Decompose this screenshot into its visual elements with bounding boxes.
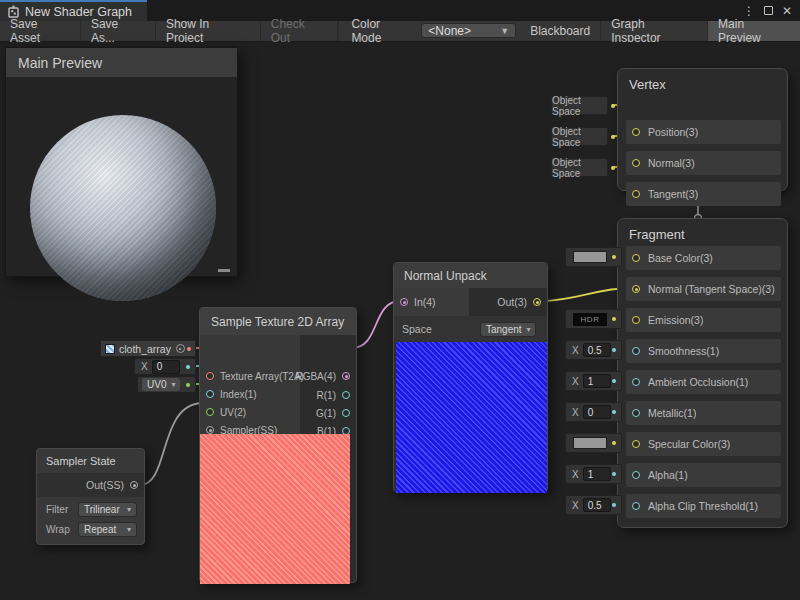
shader-graph-window: New Shader Graph ⋮ ✕ Save Asset Save As.… (0, 0, 800, 600)
main-preview-panel: Main Preview (5, 47, 238, 277)
fragment-row-normal-ts[interactable]: Normal (Tangent Space)(3) (626, 277, 781, 301)
alpha-clip-field[interactable]: X 0.5 (565, 495, 622, 515)
alpha-clip-port[interactable] (632, 502, 640, 510)
fragment-row-metallic[interactable]: Metallic(1) (626, 401, 781, 425)
input-index[interactable]: Index(1) (206, 386, 257, 402)
maximize-icon[interactable] (764, 5, 773, 17)
wrap-dropdown[interactable]: Repeat ▾ (78, 522, 137, 537)
chevron-down-icon: ▾ (171, 380, 175, 389)
tangent-port[interactable] (632, 190, 640, 198)
vertex-node[interactable]: Vertex Position(3) Normal(3) Tangent(3) (617, 68, 788, 191)
unpack-out-row[interactable]: Out(3) (497, 294, 541, 310)
base-color-port[interactable] (632, 254, 640, 262)
index-port[interactable] (206, 390, 214, 398)
save-asset-button[interactable]: Save Asset (0, 21, 81, 41)
r-port[interactable] (342, 391, 350, 399)
space-dropdown[interactable]: Tangent ▾ (480, 322, 536, 337)
sampler-state-node[interactable]: Sampler State Out(SS) Filter Trilinear ▾… (36, 448, 145, 545)
connector-dot (611, 166, 615, 170)
ambient-occlusion-field[interactable]: X 1 (565, 371, 622, 391)
kebab-menu-icon[interactable]: ⋮ (743, 5, 755, 17)
fragment-row-smoothness[interactable]: Smoothness(1) (626, 339, 781, 363)
normal-port[interactable] (632, 159, 640, 167)
emission-hdr-widget[interactable]: HDR (565, 309, 622, 329)
normal-label: Normal(3) (648, 157, 695, 169)
specular-port[interactable] (632, 440, 640, 448)
normal-unpack-io: In(4) Out(3) (394, 288, 547, 316)
uv-dropdown-inner[interactable]: UV0 ▾ (142, 378, 180, 391)
cloth-array-property-pill[interactable]: cloth_array (100, 340, 196, 357)
resize-handle[interactable] (218, 269, 230, 272)
vertex-row-position[interactable]: Position(3) (626, 120, 781, 144)
tangent-space-dropdown[interactable]: Object Space (551, 158, 608, 177)
alpha-port[interactable] (632, 471, 640, 479)
position-port[interactable] (632, 128, 640, 136)
uv-port[interactable] (206, 408, 214, 416)
sample-texture-2d-array-node[interactable]: Sample Texture 2D Array Texture Array(T2… (199, 307, 357, 583)
smoothness-field[interactable]: X 0.5 (565, 340, 622, 360)
x-label: X (572, 500, 579, 511)
fragment-row-base-color[interactable]: Base Color(3) (626, 246, 781, 270)
alpha-field[interactable]: X 1 (565, 464, 622, 484)
normal-unpack-node[interactable]: Normal Unpack In(4) Out(3) Space Tangent… (393, 262, 548, 492)
emission-port[interactable] (632, 316, 640, 324)
position-space-dropdown[interactable]: Object Space (551, 96, 608, 115)
normal-space-dropdown[interactable]: Object Space (551, 127, 608, 146)
blackboard-button[interactable]: Blackboard (520, 21, 601, 41)
sampler-port[interactable] (206, 426, 214, 434)
wire-sampler-state[interactable] (140, 403, 203, 485)
smoothness-value[interactable]: 0.5 (583, 343, 611, 357)
normal-ts-port[interactable] (632, 285, 640, 293)
filter-dropdown[interactable]: Trilinear ▾ (78, 502, 137, 517)
output-g[interactable]: G(1) (316, 405, 350, 421)
texture-array-port[interactable] (206, 372, 214, 380)
unpack-in-row[interactable]: In(4) (394, 288, 469, 316)
show-in-project-button[interactable]: Show In Project (156, 21, 261, 41)
vertex-row-normal[interactable]: Normal(3) (626, 151, 781, 175)
graph-canvas[interactable]: Main Preview Vertex Position(3) Normal(3… (0, 42, 800, 600)
index-value[interactable]: 0 (152, 360, 180, 374)
smoothness-label: Smoothness(1) (648, 345, 719, 357)
rgba-port[interactable] (342, 372, 350, 380)
alpha-value[interactable]: 1 (583, 467, 611, 481)
alpha-clip-value[interactable]: 0.5 (583, 498, 611, 512)
out-port[interactable] (533, 298, 541, 306)
base-color-swatch-widget[interactable] (565, 247, 622, 267)
fragment-row-ambient-occlusion[interactable]: Ambient Occlusion(1) (626, 370, 781, 394)
color-swatch[interactable] (573, 251, 607, 263)
close-icon[interactable]: ✕ (782, 5, 792, 17)
metallic-port[interactable] (632, 409, 640, 417)
index-field[interactable]: X 0 (134, 358, 196, 375)
output-rgba[interactable]: RGBA(4) (295, 368, 350, 384)
in-port[interactable] (400, 298, 408, 306)
fragment-row-emission[interactable]: Emission(3) (626, 308, 781, 332)
sampler-out-row[interactable]: Out(SS) (37, 473, 144, 497)
ambient-occlusion-value[interactable]: 1 (583, 374, 611, 388)
ambient-occlusion-port[interactable] (632, 378, 640, 386)
input-uv[interactable]: UV(2) (206, 404, 246, 420)
out-ss-port[interactable] (130, 481, 138, 489)
hdr-badge[interactable]: HDR (573, 313, 607, 326)
graph-inspector-button[interactable]: Graph Inspector (601, 21, 708, 41)
uv-channel-dropdown[interactable]: UV0 ▾ (137, 376, 196, 393)
normal-ts-label: Normal (Tangent Space)(3) (648, 283, 775, 295)
shader-preview-sphere[interactable] (30, 115, 216, 301)
output-r[interactable]: R(1) (317, 387, 350, 403)
specular-swatch-widget[interactable] (565, 433, 622, 453)
vertex-row-tangent[interactable]: Tangent(3) (626, 182, 781, 206)
fragment-row-alpha[interactable]: Alpha(1) (626, 463, 781, 487)
g-port[interactable] (342, 409, 350, 417)
color-mode-dropdown[interactable]: <None> ▼ (421, 23, 516, 38)
fragment-row-alpha-clip[interactable]: Alpha Clip Threshold(1) (626, 494, 781, 518)
metallic-field[interactable]: X 0 (565, 402, 622, 422)
check-out-button[interactable]: Check Out (261, 21, 339, 41)
main-preview-button[interactable]: Main Preview (708, 21, 800, 41)
save-as-button[interactable]: Save As... (81, 21, 156, 41)
metallic-value[interactable]: 0 (583, 405, 611, 419)
smoothness-port[interactable] (632, 347, 640, 355)
input-texture-array[interactable]: Texture Array(T2A) (206, 368, 304, 384)
out-ss-row[interactable]: Out(SS) (86, 477, 138, 493)
color-swatch[interactable] (573, 437, 607, 449)
fragment-row-specular[interactable]: Specular Color(3) (626, 432, 781, 456)
fragment-node[interactable]: Fragment Base Color(3) Normal (Tangent S… (617, 218, 788, 528)
